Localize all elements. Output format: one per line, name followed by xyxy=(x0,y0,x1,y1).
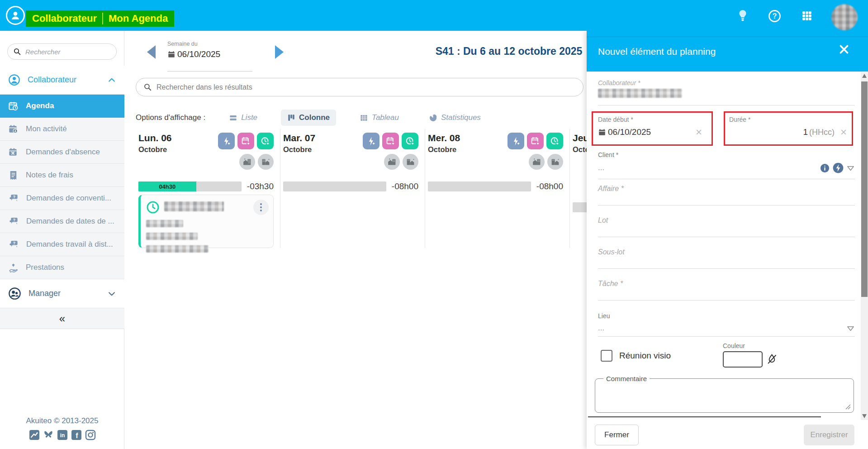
sidebar-search[interactable] xyxy=(7,43,117,60)
svg-text:?: ? xyxy=(13,194,15,199)
sidebar-item-demandes-absence[interactable]: Demandes d'absence xyxy=(0,141,124,164)
copyright-text: Akuiteo © 2013-2025 xyxy=(0,416,124,425)
color-picker-box[interactable] xyxy=(723,351,763,368)
planning-event-card[interactable] xyxy=(138,195,274,248)
dropdown-triangle-icon[interactable] xyxy=(846,325,855,332)
sidebar-nav: Collaborateur Agenda xyxy=(0,66,124,329)
bluesky-icon[interactable] xyxy=(43,430,54,440)
bolt-plus-icon xyxy=(511,136,521,146)
remote-work-icon[interactable] xyxy=(239,154,255,170)
results-search[interactable] xyxy=(136,78,583,96)
client-field[interactable]: Client * ... xyxy=(598,151,855,179)
scroll-down-icon[interactable] xyxy=(862,414,867,418)
chevron-up-icon xyxy=(107,76,116,85)
home-building-icon xyxy=(387,157,397,167)
people-circle-icon xyxy=(8,287,21,300)
week-title: S41 : Du 6 au 12 octobre 2025 xyxy=(414,45,604,57)
date-debut-field[interactable]: Date début * 06/10/2025 × xyxy=(598,116,702,138)
scrollbar-thumb[interactable] xyxy=(861,81,868,297)
date-debut-value: 06/10/2025 xyxy=(608,127,651,137)
facebook-icon[interactable]: f xyxy=(71,430,82,440)
sidebar-item-demandes-convention[interactable]: ? Demandes de conventi... xyxy=(0,187,124,210)
sidebar-search-input[interactable] xyxy=(25,48,102,56)
person-circle-icon xyxy=(8,74,20,86)
office-icon[interactable] xyxy=(403,154,418,170)
view-option-colonne[interactable]: Colonne xyxy=(281,110,336,126)
lot-field[interactable]: Lot xyxy=(598,216,855,237)
building-home-icon xyxy=(406,157,415,167)
sous-lot-label: Sous-lot xyxy=(598,248,855,256)
duree-field[interactable]: Durée * 1 (HHcc) × xyxy=(729,116,847,138)
view-option-statistiques[interactable]: Statistiques xyxy=(422,110,487,126)
sidebar-item-mon-activite[interactable]: Mon activité xyxy=(0,118,124,141)
info-icon[interactable] xyxy=(820,163,830,173)
linkedin-icon[interactable]: in xyxy=(57,430,68,440)
apps-grid-icon[interactable] xyxy=(800,9,814,23)
add-time-entry-button[interactable] xyxy=(546,133,563,149)
tache-field[interactable]: Tâche * xyxy=(598,280,855,301)
user-profile-icon[interactable] xyxy=(6,6,25,25)
view-option-tableau[interactable]: Tableau xyxy=(353,110,405,126)
sous-lot-field[interactable]: Sous-lot xyxy=(598,248,855,269)
user-avatar[interactable] xyxy=(831,4,858,30)
commentaire-field[interactable]: Commentaire xyxy=(595,375,854,413)
previous-week-button[interactable] xyxy=(147,45,156,59)
week-date-label: Semaine du xyxy=(167,41,252,47)
kebab-menu-icon[interactable] xyxy=(253,200,269,215)
sidebar-item-notes-de-frais[interactable]: Notes de frais xyxy=(0,164,124,187)
add-absence-button[interactable] xyxy=(527,133,544,149)
add-absence-button[interactable] xyxy=(382,133,399,149)
svg-text:?: ? xyxy=(13,217,15,222)
svg-text:?: ? xyxy=(772,12,777,19)
help-icon[interactable]: ? xyxy=(768,9,781,23)
remote-work-icon[interactable] xyxy=(529,154,545,170)
lightbulb-icon[interactable] xyxy=(736,9,749,23)
enregistrer-button[interactable]: Enregistrer xyxy=(804,425,854,445)
clear-duree-icon[interactable]: × xyxy=(840,127,847,138)
close-icon[interactable] xyxy=(838,43,850,55)
clear-date-icon[interactable]: × xyxy=(696,127,702,138)
akuiteo-logo-icon[interactable] xyxy=(29,430,40,440)
sidebar-item-prestations[interactable]: Prestations xyxy=(0,256,124,279)
home-building-icon xyxy=(242,157,252,167)
sidebar-item-collaborateur[interactable]: Collaborateur xyxy=(0,66,124,95)
sidebar-collapse-button[interactable]: « xyxy=(0,308,124,329)
field-underline xyxy=(598,268,855,269)
panel-scrollbar[interactable] xyxy=(861,72,868,420)
add-time-entry-button[interactable] xyxy=(402,133,418,149)
view-option-label: Statistiques xyxy=(441,113,481,122)
date-debut-label: Date début * xyxy=(598,116,702,123)
sidebar-item-demandes-travail-distance[interactable]: ? Demandes travail à dist... xyxy=(0,233,124,256)
office-icon[interactable] xyxy=(547,154,563,170)
auto-fill-bolt-icon[interactable] xyxy=(832,162,844,174)
day-progress: 04h30 -03h30 xyxy=(138,182,274,191)
remote-work-icon[interactable] xyxy=(384,154,400,170)
office-icon[interactable] xyxy=(258,154,274,170)
scroll-up-icon[interactable] xyxy=(862,74,867,78)
day-column-lundi: Lun. 06 Octobre xyxy=(136,129,280,248)
droplet-slash-icon[interactable] xyxy=(766,353,778,365)
client-label: Client * xyxy=(598,151,855,158)
quick-action-button[interactable] xyxy=(218,133,235,149)
commentaire-textarea[interactable] xyxy=(595,382,854,407)
sidebar-item-manager[interactable]: Manager xyxy=(0,279,124,308)
day-progress: -08h00 xyxy=(283,182,418,191)
results-search-input[interactable] xyxy=(157,83,576,91)
quick-action-button[interactable] xyxy=(508,133,524,149)
view-option-liste[interactable]: Liste xyxy=(223,110,264,126)
fermer-button[interactable]: Fermer xyxy=(595,425,639,445)
sidebar-item-agenda[interactable]: Agenda xyxy=(0,95,124,118)
add-absence-button[interactable] xyxy=(237,133,254,149)
dropdown-triangle-icon[interactable] xyxy=(846,164,855,172)
next-week-button[interactable] xyxy=(275,45,284,59)
lieu-label: Lieu xyxy=(598,312,855,320)
reunion-visio-checkbox[interactable] xyxy=(601,350,612,362)
quick-action-button[interactable] xyxy=(363,133,379,149)
sidebar-item-demandes-dates[interactable]: ? Demandes de dates de ... xyxy=(0,210,124,233)
week-date-field[interactable]: Semaine du 06/10/2025 xyxy=(167,41,252,72)
add-time-entry-button[interactable] xyxy=(257,133,274,149)
resize-handle-icon[interactable] xyxy=(844,403,851,410)
affaire-field[interactable]: Affaire * xyxy=(598,185,855,205)
instagram-icon[interactable] xyxy=(85,430,96,440)
lieu-field[interactable]: Lieu ... xyxy=(598,312,855,337)
